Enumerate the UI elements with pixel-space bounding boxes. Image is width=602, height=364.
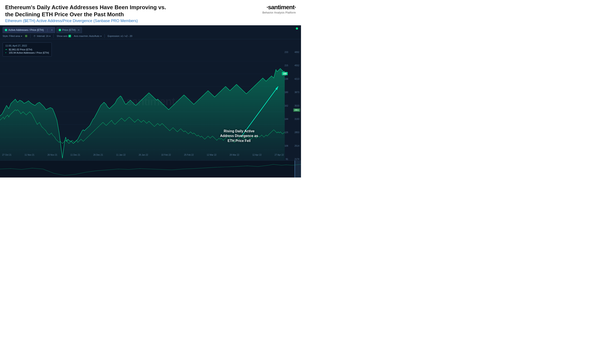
style-label: Style: Filled area: [3, 35, 20, 37]
live-indicator: [296, 27, 298, 30]
y-left-162: 162: [284, 105, 288, 107]
annotation-line3: ETH Price Fell: [228, 139, 251, 143]
tooltip-row1: $2,861.02 Price (ETH): [5, 48, 49, 51]
minimap: [0, 160, 301, 177]
header-text: Ethereum's Daily Active Addresses Have B…: [5, 4, 249, 23]
y-right-3533: 3533: [295, 105, 299, 107]
interval-label: Interval: 1h: [37, 35, 48, 37]
color-swatch[interactable]: [25, 35, 27, 37]
x-mar28: 28 Mar 22: [230, 154, 239, 156]
y-left-126: 126: [284, 131, 288, 134]
tooltip-row2: 155.94 Active Addresses / Price (ETH): [5, 52, 49, 54]
x-axis: 27 Oct 21 11 Nov 21 26 Nov 21 11 Dec 21 …: [2, 154, 284, 156]
tab-dot-price: [59, 29, 61, 31]
chart-tabs: Active Addresses / Price (ETH) ⋮ × Price…: [0, 25, 301, 33]
separator3: [105, 34, 105, 38]
annotation-line1: Rising Daily Active: [224, 129, 254, 133]
y-right-4213: 4213: [295, 78, 299, 80]
annotation-line2: Address Divergence as: [220, 134, 258, 138]
tooltip-val1: $2,861.02 Price (ETH): [9, 48, 32, 51]
annotation-text: Rising Daily Active Address Divergence a…: [220, 129, 258, 143]
main-title: Ethereum's Daily Active Addresses Have B…: [5, 4, 172, 18]
style-chevron: ▾: [21, 35, 22, 37]
y-left-144: 144: [284, 118, 288, 120]
y-axis-left: 233 215 198 180 162 144 126 108 91: [284, 51, 288, 160]
expression-label: Expression: x1 / x2 - 20: [108, 35, 132, 37]
tooltip-val2: 155.94 Active Addresses / Price (ETH): [9, 52, 49, 54]
x-apr12: 12 Apr 22: [252, 154, 261, 156]
separator2: [54, 34, 54, 38]
minimap-handle[interactable]: [295, 161, 301, 177]
price-label-2861: 2861: [293, 108, 300, 112]
y-right-2853: 2853: [295, 131, 299, 134]
active-addresses-area: [0, 69, 285, 160]
expression-display: Expression: x1 / x2 - 20: [108, 35, 132, 37]
separator1: [30, 34, 31, 38]
tab1-label: Active Addresses / Price (ETH): [8, 29, 44, 31]
tab2-label: Price (ETH): [62, 29, 76, 31]
axis-max-chevron: ▾: [100, 35, 101, 37]
y-right-2514: 2514: [295, 145, 299, 147]
y-left-233: 233: [284, 51, 288, 53]
interval-icon: ⏱: [33, 35, 36, 37]
y-left-180: 180: [284, 91, 288, 94]
tab1-close[interactable]: ⋮: [46, 28, 49, 32]
show-axis-toggle[interactable]: Show axis ✓: [57, 35, 71, 37]
tab2-x[interactable]: ×: [78, 28, 80, 32]
tab1-x[interactable]: ×: [51, 28, 53, 32]
tooltip-dot1: [5, 49, 7, 50]
x-jan26: 26 Jan 22: [139, 154, 148, 156]
tooltip-date: 11:00, April 27, 2022: [5, 44, 49, 47]
tab-price[interactable]: Price (ETH) ×: [56, 27, 82, 33]
y-right-3873: 3873: [295, 91, 299, 94]
x-dec11: 11 Dec 21: [70, 154, 80, 156]
logo-section: ·santiment· Behavior Analysis Platform: [249, 4, 296, 14]
show-axis-checkbox[interactable]: ✓: [68, 35, 71, 37]
style-selector[interactable]: Style: Filled area ▾: [3, 35, 22, 37]
y-right-4552: 4552: [295, 64, 299, 67]
y-axis-right: 4892 4552 4213 3873 3533 3193 2853 2514 …: [295, 51, 299, 160]
x-jan11: 11 Jan 22: [116, 154, 126, 156]
interval-chevron: ▾: [49, 35, 50, 37]
x-feb25: 25 Feb 22: [184, 154, 194, 156]
y-right-3193: 3193: [295, 118, 299, 120]
y-right-4892: 4892: [295, 51, 299, 53]
axis-pointer: ◁: [283, 73, 286, 76]
tab-active-addresses[interactable]: Active Addresses / Price (ETH) ⋮ ×: [3, 27, 55, 33]
y-left-215: 215: [284, 64, 288, 67]
y-left-198: 198: [284, 78, 288, 80]
x-feb10: 10 Feb 22: [161, 154, 171, 156]
x-mar12: 12 Mar 22: [207, 154, 216, 156]
chart-container: Active Addresses / Price (ETH) ⋮ × Price…: [0, 25, 301, 177]
main-chart-svg: [0, 48, 285, 160]
x-apr27: 27 Apr 22: [275, 154, 284, 156]
axis-max-label: Axis max/min: Auto/Auto: [74, 35, 99, 37]
logo-text: ·santiment·: [267, 4, 296, 11]
tooltip-dot2: [5, 52, 7, 53]
tab-dot-active: [5, 29, 7, 31]
show-axis-label: Show axis: [57, 35, 67, 37]
header-section: Ethereum's Daily Active Addresses Have B…: [0, 0, 301, 25]
x-oct21: 27 Oct 21: [2, 154, 11, 156]
y-right-2174: 2174: [295, 158, 299, 160]
y-left-91: 91: [286, 158, 288, 160]
sub-title: Ethereum ($ETH) Active Address/Price Div…: [5, 19, 249, 23]
interval-selector[interactable]: ⏱ Interval: 1h ▾: [33, 35, 50, 37]
y-left-108: 108: [284, 145, 288, 147]
axis-max-selector[interactable]: Axis max/min: Auto/Auto ▾: [74, 35, 101, 37]
x-nov26: 26 Nov 21: [47, 154, 57, 156]
chart-tooltip: 11:00, April 27, 2022 $2,861.02 Price (E…: [3, 42, 52, 57]
chart-area: [0, 48, 285, 160]
minimap-svg: [0, 161, 301, 177]
logo-subtitle: Behavior Analysis Platform: [262, 11, 296, 14]
x-nov11: 11 Nov 21: [24, 154, 34, 156]
x-dec26: 26 Dec 21: [93, 154, 103, 156]
chart-toolbar: Style: Filled area ▾ ⏱ Interval: 1h ▾ Sh…: [0, 33, 301, 39]
